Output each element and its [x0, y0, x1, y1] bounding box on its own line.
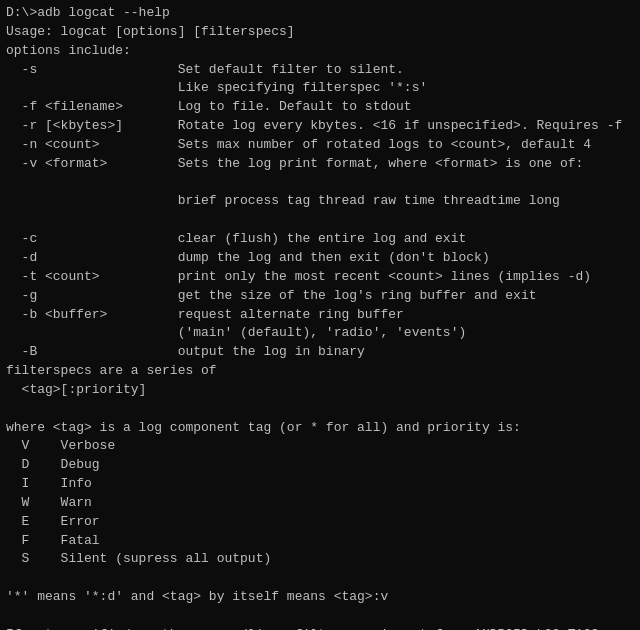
terminal-line: -t <count> print only the most recent <c… — [6, 268, 634, 287]
terminal-line: -d dump the log and then exit (don't blo… — [6, 249, 634, 268]
terminal-line: ('main' (default), 'radio', 'events') — [6, 324, 634, 343]
terminal-line — [6, 569, 634, 588]
terminal-line: W Warn — [6, 494, 634, 513]
terminal-line — [6, 174, 634, 193]
terminal-line: -g get the size of the log's ring buffer… — [6, 287, 634, 306]
terminal-line: <tag>[:priority] — [6, 381, 634, 400]
terminal-line: F Fatal — [6, 532, 634, 551]
terminal-line: Usage: logcat [options] [filterspecs] — [6, 23, 634, 42]
terminal-line: -B output the log in binary — [6, 343, 634, 362]
terminal-line: filterspecs are a series of — [6, 362, 634, 381]
terminal-line — [6, 211, 634, 230]
terminal-line: D Debug — [6, 456, 634, 475]
terminal-line: -n <count> Sets max number of rotated lo… — [6, 136, 634, 155]
terminal-line: I Info — [6, 475, 634, 494]
terminal-line: -s Set default filter to silent. — [6, 61, 634, 80]
terminal-line: E Error — [6, 513, 634, 532]
terminal-line: -r [<kbytes>] Rotate log every kbytes. <… — [6, 117, 634, 136]
terminal-line: -f <filename> Log to file. Default to st… — [6, 98, 634, 117]
terminal-line: -v <format> Sets the log print format, w… — [6, 155, 634, 174]
terminal-line — [6, 607, 634, 626]
terminal-line: If not specified on the commandline, fil… — [6, 626, 634, 630]
terminal-line — [6, 400, 634, 419]
terminal-line: where <tag> is a log component tag (or *… — [6, 419, 634, 438]
terminal-line: D:\>adb logcat --help — [6, 4, 634, 23]
terminal-line: options include: — [6, 42, 634, 61]
terminal-line: -c clear (flush) the entire log and exit — [6, 230, 634, 249]
terminal-line: Like specifying filterspec '*:s' — [6, 79, 634, 98]
terminal-line: S Silent (supress all output) — [6, 550, 634, 569]
terminal-line: -b <buffer> request alternate ring buffe… — [6, 306, 634, 325]
terminal-line: brief process tag thread raw time thread… — [6, 192, 634, 211]
terminal-line: V Verbose — [6, 437, 634, 456]
terminal-line: '*' means '*:d' and <tag> by itself mean… — [6, 588, 634, 607]
terminal-window: D:\>adb logcat --helpUsage: logcat [opti… — [0, 0, 640, 630]
